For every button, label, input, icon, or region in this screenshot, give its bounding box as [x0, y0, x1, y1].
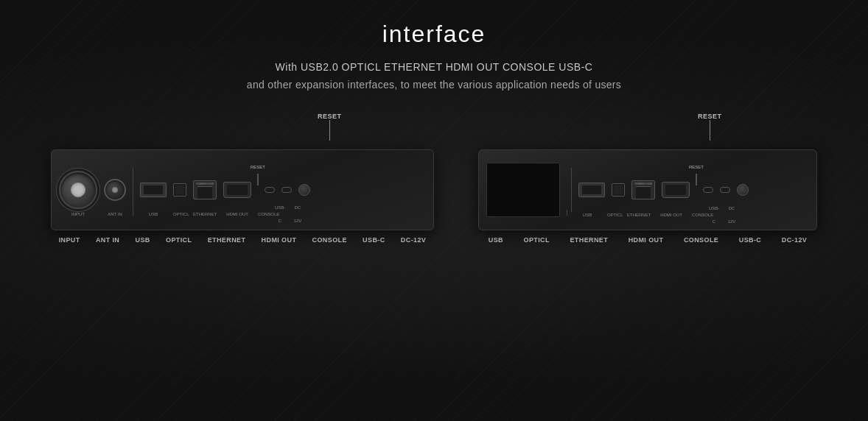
left-lbl-usb: USB [136, 236, 150, 244]
left-inner-labels: INPUT ANT IN USB OPTICL ETHERNET HDMI OU… [52, 199, 433, 225]
right-inner-reset-label: RESET [689, 165, 704, 169]
left-lbl-console: CONSOLE [312, 236, 347, 244]
right-console-port [703, 187, 713, 193]
page-title: interface [382, 21, 486, 48]
left-lbl-usbc: USB-C [363, 236, 385, 244]
left-device-section: RESET INPUT ANT IN USB OPTICL ETHERNET H… [51, 113, 434, 244]
right-lbl-ethernet: ETHERNET [570, 236, 608, 244]
right-usb-port [578, 183, 605, 197]
left-console-port [265, 187, 275, 193]
left-reset-line [329, 120, 330, 141]
right-dc-port [737, 184, 749, 196]
subtitle-line1: With USB2.0 OPTICL ETHERNET HDMI OUT CON… [276, 61, 593, 73]
left-device-labels: INPUT ANT IN USB OPTICL ETHERNET HDMI OU… [51, 236, 434, 244]
right-lbl-usb: USB [489, 236, 503, 244]
right-lbl-opticl: OPTICL [524, 236, 550, 244]
left-lbl-input: INPUT [59, 236, 80, 244]
right-reset-arrow: RESET [698, 113, 722, 141]
right-lbl-dc: DC-12V [782, 236, 807, 244]
left-reset-label: RESET [318, 113, 342, 120]
right-device-labels: USB OPTICL ETHERNET HDMI OUT CONSOLE USB… [478, 236, 817, 244]
subtitle-line2: and other expansion interfaces, to meet … [247, 79, 621, 91]
left-hdmi-port [223, 182, 251, 198]
left-usb-port [140, 183, 167, 197]
right-hdmi-port [662, 182, 690, 198]
right-device-box: RESET USB OPTICL ETHERNET HDMI OUT [478, 149, 817, 230]
left-reset-area: RESET [51, 113, 434, 149]
right-lbl-hdmi: HDMI OUT [629, 236, 664, 244]
page-container: interface With USB2.0 OPTICL ETHERNET HD… [0, 0, 868, 421]
left-device-box: INPUT ANT IN USB OPTICL ETHERNET HDMI OU… [51, 149, 434, 230]
right-usbc-port [720, 187, 730, 193]
right-device-section: RESET [478, 113, 817, 244]
devices-row: RESET INPUT ANT IN USB OPTICL ETHERNET H… [0, 113, 868, 244]
left-lbl-ethernet: ETHERNET [208, 236, 246, 244]
left-inner-reset-label: RESET [251, 165, 265, 169]
right-ethernet-port [631, 180, 655, 199]
left-lbl-antin: ANT IN [96, 236, 119, 244]
left-lbl-dc: DC-12V [401, 236, 426, 244]
left-input-port [59, 171, 97, 209]
right-reset-area: RESET [478, 113, 817, 149]
right-opticl-port [612, 183, 625, 197]
right-reset-label: RESET [698, 113, 722, 120]
left-reset-arrow: RESET [318, 113, 342, 141]
left-opticl-port [173, 183, 186, 197]
left-usbc-port [281, 187, 292, 193]
right-inner-labels: USB OPTICL ETHERNET HDMI OUT CONSOLE USB… [479, 199, 816, 226]
left-ethernet-port [193, 180, 217, 199]
right-reset-line [710, 120, 710, 141]
left-antin-port [104, 179, 126, 201]
right-inner-reset-line [696, 174, 697, 185]
left-inner-reset-line [258, 174, 259, 185]
right-lbl-console: CONSOLE [684, 236, 718, 244]
right-lbl-usbc: USB-C [739, 236, 762, 244]
left-lbl-hdmi: HDMI OUT [262, 236, 297, 244]
left-dc-port [298, 184, 310, 196]
left-lbl-opticl: OPTICL [166, 236, 192, 244]
